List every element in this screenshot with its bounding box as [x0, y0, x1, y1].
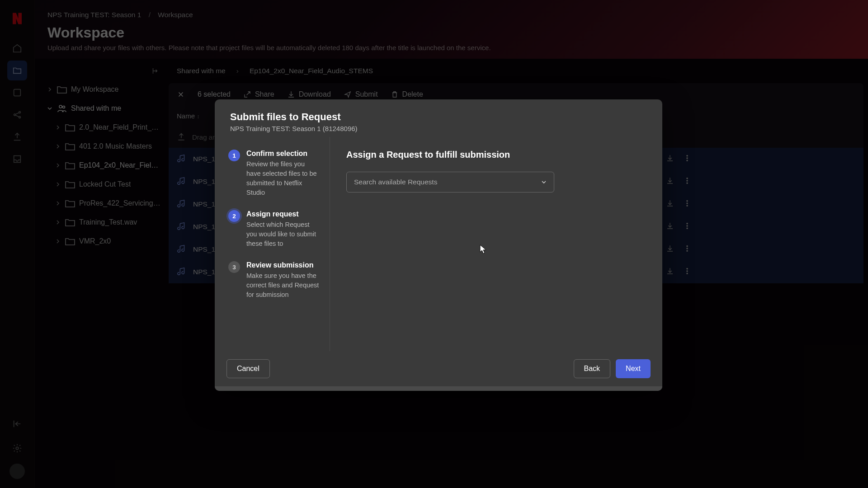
next-button[interactable]: Next: [616, 359, 651, 378]
step-desc: Select which Request you would like to s…: [246, 220, 321, 249]
modal-section-title: Assign a Request to fulfill submission: [346, 150, 646, 160]
step-title: Confirm selection: [246, 150, 321, 158]
modal-subtitle: NPS Training TEST: Season 1 (81248096): [230, 125, 647, 132]
chevron-down-icon: [541, 178, 547, 186]
submit-files-modal: Submit files to Request NPS Training TES…: [215, 99, 662, 391]
step-desc: Review the files you have selected files…: [246, 160, 321, 197]
step-title: Assign request: [246, 210, 321, 218]
step-number: 2: [228, 210, 240, 222]
stepper: 1 Confirm selection Review the files you…: [215, 137, 330, 351]
back-button[interactable]: Back: [574, 359, 611, 378]
select-placeholder: Search available Requests: [354, 178, 437, 186]
step-assign-request[interactable]: 2 Assign request Select which Request yo…: [228, 210, 321, 249]
step-review-submission[interactable]: 3 Review submission Make sure you have t…: [228, 261, 321, 300]
step-desc: Make sure you have the correct files and…: [246, 271, 321, 300]
modal-title: Submit files to Request: [230, 111, 647, 123]
step-number: 1: [228, 150, 240, 161]
step-title: Review submission: [246, 261, 321, 269]
step-number: 3: [228, 261, 240, 273]
request-search-select[interactable]: Search available Requests: [346, 172, 554, 192]
modal-resize-strip: [215, 386, 662, 391]
cancel-button[interactable]: Cancel: [226, 359, 270, 378]
step-confirm-selection[interactable]: 1 Confirm selection Review the files you…: [228, 150, 321, 197]
